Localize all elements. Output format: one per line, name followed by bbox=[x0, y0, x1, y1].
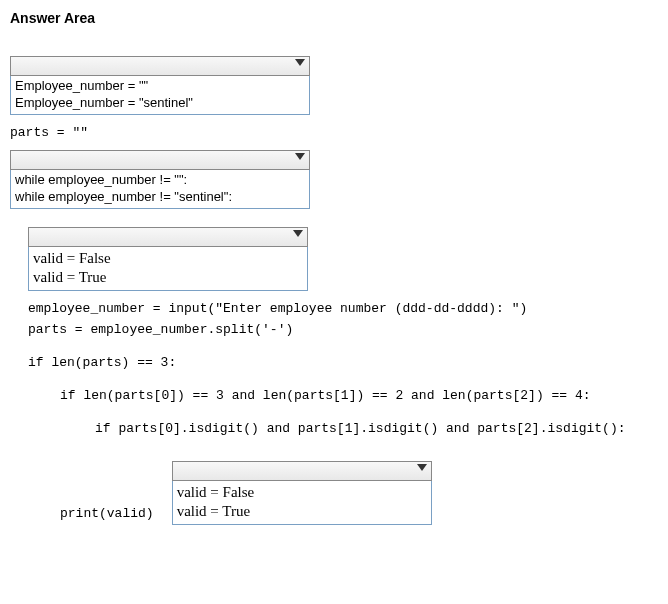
dropdown-valid-set[interactable]: valid = False valid = True bbox=[172, 461, 432, 525]
dropdown-while[interactable]: while employee_number != "": while emplo… bbox=[10, 150, 310, 209]
chevron-down-icon bbox=[417, 464, 427, 471]
code-line: print(valid) bbox=[60, 506, 154, 521]
dropdown-employee-init[interactable]: Employee_number = "" Employee_number = "… bbox=[10, 56, 310, 115]
code-line: parts = "" bbox=[10, 125, 658, 140]
dropdown-option[interactable]: valid = False bbox=[33, 249, 303, 269]
chevron-down-icon bbox=[295, 59, 305, 66]
dropdown-valid-init[interactable]: valid = False valid = True bbox=[28, 227, 308, 291]
dropdown-option[interactable]: while employee_number != "": bbox=[15, 172, 305, 189]
code-line: employee_number = input("Enter employee … bbox=[28, 301, 658, 316]
code-line: if len(parts[0]) == 3 and len(parts[1]) … bbox=[60, 388, 658, 403]
code-line: parts = employee_number.split('-') bbox=[28, 322, 658, 337]
dropdown-option[interactable]: valid = False bbox=[177, 483, 427, 503]
chevron-down-icon bbox=[293, 230, 303, 237]
page-title: Answer Area bbox=[10, 10, 658, 26]
dropdown-option[interactable]: valid = True bbox=[177, 502, 427, 522]
chevron-down-icon bbox=[295, 153, 305, 160]
code-line: if len(parts) == 3: bbox=[28, 355, 658, 370]
dropdown-option[interactable]: valid = True bbox=[33, 268, 303, 288]
dropdown-option[interactable]: Employee_number = "" bbox=[15, 78, 305, 95]
code-line: if parts[0].isdigit() and parts[1].isdig… bbox=[95, 421, 658, 436]
dropdown-option[interactable]: Employee_number = "sentinel" bbox=[15, 95, 305, 112]
dropdown-option[interactable]: while employee_number != "sentinel": bbox=[15, 189, 305, 206]
